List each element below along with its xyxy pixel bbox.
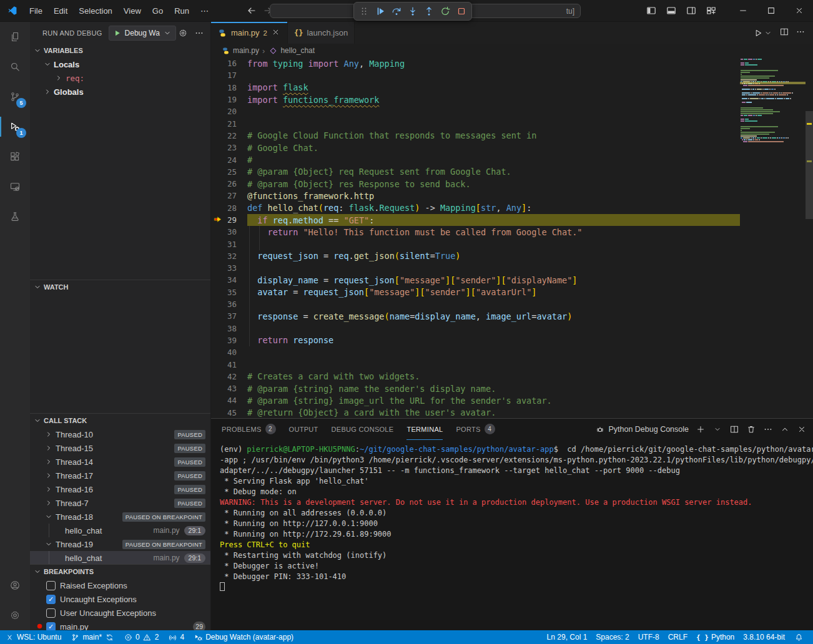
- gutter[interactable]: 41: [211, 358, 247, 370]
- gutter[interactable]: 42: [211, 371, 247, 383]
- maximize-button[interactable]: [757, 0, 785, 21]
- menu-view[interactable]: View: [118, 4, 147, 18]
- activity-search[interactable]: [0, 52, 30, 82]
- thread-row[interactable]: Thread-14PAUSED: [30, 455, 210, 469]
- variables-header[interactable]: VARIABLES: [30, 44, 210, 57]
- status-language-mode[interactable]: { }Python: [692, 630, 739, 644]
- activity-run-and-debug[interactable]: 1: [0, 112, 30, 142]
- gutter[interactable]: 17: [211, 69, 247, 81]
- gutter[interactable]: 20: [211, 105, 247, 117]
- maximize-panel-icon[interactable]: [780, 424, 790, 434]
- call-stack-header[interactable]: CALL STACK: [30, 414, 210, 427]
- scrollbar[interactable]: [806, 57, 813, 418]
- gutter[interactable]: 38: [211, 323, 247, 334]
- menu-selection[interactable]: Selection: [73, 4, 117, 18]
- thread-row[interactable]: Thread-18PAUSED ON BREAKPOINT: [30, 510, 210, 524]
- gutter[interactable]: 23: [211, 142, 247, 154]
- activity-source-control[interactable]: 5: [0, 82, 30, 112]
- breakpoint-row[interactable]: ✓Uncaught Exceptions: [30, 592, 210, 606]
- gutter[interactable]: 35: [211, 286, 247, 298]
- gutter[interactable]: 24: [211, 154, 247, 165]
- breakpoint-row[interactable]: User Uncaught Exceptions: [30, 606, 210, 620]
- breakpoint-checkbox[interactable]: [46, 581, 56, 590]
- gutter[interactable]: 25: [211, 166, 247, 178]
- gutter[interactable]: 36: [211, 298, 247, 310]
- scrollbar-thumb[interactable]: [806, 111, 813, 219]
- gear-icon[interactable]: [178, 28, 188, 38]
- status-git-branch[interactable]: main*: [66, 630, 119, 644]
- gutter[interactable]: 18: [211, 82, 247, 94]
- thread-row[interactable]: Thread-10PAUSED: [30, 427, 210, 441]
- breadcrumb-item[interactable]: main.py: [220, 46, 259, 56]
- variable-row[interactable]: req:: [30, 71, 210, 85]
- gutter[interactable]: 37: [211, 310, 247, 322]
- gutter[interactable]: 45: [211, 407, 247, 418]
- breakpoint-checkbox[interactable]: ✓: [46, 622, 56, 631]
- step-into-button[interactable]: [405, 4, 420, 19]
- breakpoint-row[interactable]: Raised Exceptions: [30, 578, 210, 592]
- panel-tab-problems[interactable]: PROBLEMS2: [222, 419, 276, 440]
- editor-more-button[interactable]: [796, 27, 806, 39]
- minimap[interactable]: [740, 57, 806, 418]
- run-python-button[interactable]: [753, 28, 773, 38]
- new-terminal-icon[interactable]: [696, 424, 706, 434]
- breakpoint-checkbox[interactable]: ✓: [46, 595, 56, 604]
- thread-row[interactable]: Thread-15PAUSED: [30, 441, 210, 455]
- debug-config-dropdown[interactable]: Debug Wa: [109, 26, 176, 41]
- menu-run[interactable]: Run: [169, 4, 195, 18]
- activity-extensions[interactable]: [0, 142, 30, 172]
- globals-group[interactable]: Globals: [30, 85, 210, 99]
- menu-go[interactable]: Go: [147, 4, 169, 18]
- panel-tab-terminal[interactable]: TERMINAL: [406, 419, 443, 440]
- gutter[interactable]: 39: [211, 334, 247, 346]
- debug-continue-button[interactable]: [373, 4, 388, 19]
- stack-frame-row[interactable]: hello_chatmain.py29:1: [30, 524, 210, 537]
- gutter[interactable]: 27: [211, 190, 247, 202]
- status-encoding[interactable]: UTF-8: [634, 630, 664, 644]
- status-eol[interactable]: CRLF: [664, 630, 692, 644]
- thread-row[interactable]: Thread-7PAUSED: [30, 496, 210, 510]
- activity-explorer[interactable]: [0, 22, 30, 52]
- gutter[interactable]: 31: [211, 238, 247, 250]
- status-remote-indicator[interactable]: WSL: Ubuntu: [0, 630, 66, 644]
- thread-row[interactable]: Thread-19PAUSED ON BREAKPOINT: [30, 537, 210, 551]
- activity-accounts[interactable]: [0, 570, 30, 600]
- close-panel-icon[interactable]: [797, 424, 807, 434]
- launch-profile-chevron-icon[interactable]: [712, 424, 722, 434]
- gutter[interactable]: 30: [211, 226, 247, 238]
- status-problems[interactable]: 02: [119, 630, 163, 644]
- thread-row[interactable]: Thread-16PAUSED: [30, 482, 210, 496]
- panel-more-icon[interactable]: [763, 424, 773, 434]
- gutter[interactable]: 44: [211, 394, 247, 406]
- tab-main.py[interactable]: main.py2: [211, 22, 288, 44]
- drag-grip-button[interactable]: [357, 4, 372, 19]
- layout-bottom-button[interactable]: [663, 2, 680, 19]
- more-actions-icon[interactable]: [194, 28, 204, 38]
- split-terminal-icon[interactable]: [729, 424, 739, 434]
- panel-tab-output[interactable]: OUTPUT: [289, 419, 318, 440]
- code-editor[interactable]: 16 from typing import Any, Mapping 17 18…: [211, 57, 813, 418]
- activity-settings[interactable]: [0, 600, 30, 630]
- status-debug-status[interactable]: Debug Watch (avatar-app): [189, 630, 298, 644]
- breakpoint-row[interactable]: ✓main.py29: [30, 620, 210, 630]
- panel-tab-debug-console[interactable]: DEBUG CONSOLE: [332, 419, 394, 440]
- step-out-button[interactable]: [421, 4, 436, 19]
- thread-row[interactable]: Thread-17PAUSED: [30, 469, 210, 482]
- gutter[interactable]: 26: [211, 178, 247, 190]
- gutter[interactable]: 33: [211, 262, 247, 274]
- start-debug-icon[interactable]: [112, 28, 122, 38]
- chevron-right-icon[interactable]: [54, 73, 64, 83]
- back-arrow-icon[interactable]: [247, 6, 257, 16]
- tab-launch.json[interactable]: {}launch.json: [288, 22, 355, 44]
- menu-⋯[interactable]: ⋯: [195, 4, 214, 18]
- gutter[interactable]: 28: [211, 202, 247, 214]
- gutter[interactable]: 29: [211, 214, 247, 226]
- terminal-picker[interactable]: Python Debug Console: [595, 424, 689, 434]
- layout-custom-button[interactable]: [702, 2, 720, 19]
- close-button[interactable]: [785, 0, 813, 21]
- locals-group[interactable]: Locals: [30, 57, 210, 71]
- activity-remote-explorer[interactable]: [0, 172, 30, 202]
- stack-frame-row[interactable]: hello_chatmain.py29:1: [30, 551, 210, 564]
- menu-file[interactable]: File: [24, 4, 48, 18]
- split-editor-button[interactable]: [779, 27, 789, 39]
